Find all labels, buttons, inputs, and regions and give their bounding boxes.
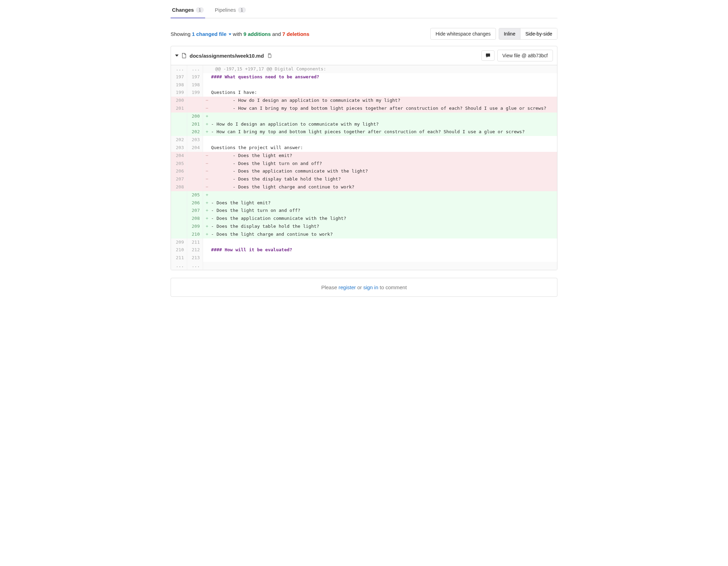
new-line-number[interactable]: 205: [187, 191, 203, 199]
diff-line-content: [211, 238, 557, 246]
old-line-number[interactable]: 199: [171, 89, 187, 97]
new-line-number[interactable]: 200: [187, 113, 203, 120]
old-line-number[interactable]: [171, 199, 187, 207]
new-line-number[interactable]: 199: [187, 89, 203, 97]
diff-sign: +: [203, 215, 211, 223]
old-line-number[interactable]: [171, 207, 187, 215]
old-line-number[interactable]: 205: [171, 160, 187, 168]
old-line-number[interactable]: [171, 215, 187, 223]
hunk-header[interactable]: ......@@ -197,15 +197,17 @@ Digital Comp…: [171, 65, 557, 73]
new-line-number[interactable]: [187, 152, 203, 160]
expand-context[interactable]: ...: [171, 262, 187, 270]
new-line-number[interactable]: 207: [187, 207, 203, 215]
diff-sign: +: [203, 113, 211, 120]
expand-context[interactable]: ...: [187, 65, 203, 73]
file-path[interactable]: docs/assignments/week10.md: [190, 53, 264, 59]
old-line-number[interactable]: 210: [171, 246, 187, 254]
tab-pipelines[interactable]: Pipelines 1: [213, 3, 247, 18]
diff-sign: [203, 89, 211, 97]
old-line-number[interactable]: [171, 223, 187, 231]
comment-icon: [485, 53, 491, 58]
new-line-number[interactable]: 209: [187, 223, 203, 231]
old-line-number[interactable]: [171, 120, 187, 128]
new-line-number[interactable]: 210: [187, 231, 203, 238]
old-line-number[interactable]: 198: [171, 81, 187, 89]
expand-context[interactable]: ...: [171, 65, 187, 73]
tab-changes-count: 1: [196, 7, 204, 13]
diff-sign: [203, 144, 211, 152]
diff-row: 201− - How can I bring my top and bottom…: [171, 105, 557, 113]
expand-context[interactable]: ...: [187, 262, 203, 270]
diff-row: 202203: [171, 136, 557, 144]
new-line-number[interactable]: [187, 183, 203, 191]
comment-login-prompt: Please register or sign in to comment: [171, 278, 557, 297]
new-line-number[interactable]: [187, 97, 203, 105]
diff-sign: +: [203, 120, 211, 128]
new-line-number[interactable]: 203: [187, 136, 203, 144]
new-line-number[interactable]: 202: [187, 128, 203, 136]
deletions-count: 7 deletions: [282, 31, 309, 37]
old-line-number[interactable]: 203: [171, 144, 187, 152]
diff-line-content: - Does the light emit?: [211, 152, 557, 160]
diff-sign: [203, 246, 211, 254]
diff-sign: +: [203, 231, 211, 238]
new-line-number[interactable]: 212: [187, 246, 203, 254]
view-mode-toggle: Inline Side-by-side: [499, 28, 557, 40]
new-line-number[interactable]: 208: [187, 215, 203, 223]
svg-rect-0: [268, 55, 271, 58]
diff-line-content: [211, 254, 557, 262]
old-line-number[interactable]: 206: [171, 167, 187, 175]
toggle-comments-button[interactable]: [481, 50, 495, 61]
sign-in-link[interactable]: sign in: [363, 284, 378, 290]
side-by-side-view-button[interactable]: Side-by-side: [520, 28, 557, 39]
old-line-number[interactable]: 207: [171, 175, 187, 183]
new-line-number[interactable]: 198: [187, 81, 203, 89]
diff-sign: −: [203, 97, 211, 105]
tab-changes[interactable]: Changes 1: [171, 3, 205, 18]
diff-row: 209+- Does the display table hold the li…: [171, 223, 557, 231]
diff-sign: −: [203, 167, 211, 175]
view-file-button[interactable]: View file @ a8b73bcf: [497, 50, 553, 61]
old-line-number[interactable]: 202: [171, 136, 187, 144]
hide-whitespace-button[interactable]: Hide whitespace changes: [430, 28, 496, 40]
diff-row: 203204Questions the project will answer:: [171, 144, 557, 152]
old-line-number[interactable]: [171, 231, 187, 238]
diff-row: 205+: [171, 191, 557, 199]
old-line-number[interactable]: 197: [171, 73, 187, 81]
diff-sign: +: [203, 191, 211, 199]
diff-row: 206− - Does the application communicate …: [171, 167, 557, 175]
register-link[interactable]: register: [338, 284, 356, 290]
old-line-number[interactable]: 200: [171, 97, 187, 105]
diff-line-content: - How do I design an application to comm…: [211, 97, 557, 105]
new-line-number[interactable]: 197: [187, 73, 203, 81]
old-line-number[interactable]: 209: [171, 238, 187, 246]
inline-view-button[interactable]: Inline: [499, 28, 520, 39]
new-line-number[interactable]: 206: [187, 199, 203, 207]
old-line-number[interactable]: [171, 191, 187, 199]
new-line-number[interactable]: 201: [187, 120, 203, 128]
file-title: docs/assignments/week10.md: [175, 53, 272, 59]
copy-path-icon[interactable]: [267, 53, 272, 58]
old-line-number[interactable]: [171, 113, 187, 120]
old-line-number[interactable]: 201: [171, 105, 187, 113]
new-line-number[interactable]: 204: [187, 144, 203, 152]
file-actions: View file @ a8b73bcf: [481, 50, 553, 61]
expand-context-row[interactable]: ......: [171, 262, 557, 270]
chevron-down-icon[interactable]: [175, 55, 179, 57]
changed-files-dropdown[interactable]: 1 changed file: [192, 31, 231, 37]
diff-sign: −: [203, 160, 211, 168]
new-line-number[interactable]: 211: [187, 238, 203, 246]
old-line-number[interactable]: [171, 128, 187, 136]
new-line-number[interactable]: [187, 105, 203, 113]
new-line-number[interactable]: [187, 175, 203, 183]
diff-row: 204− - Does the light emit?: [171, 152, 557, 160]
old-line-number[interactable]: 208: [171, 183, 187, 191]
chevron-down-icon: [229, 33, 231, 35]
old-line-number[interactable]: 211: [171, 254, 187, 262]
new-line-number[interactable]: 213: [187, 254, 203, 262]
diff-line-content: - Does the light turn on and off?: [211, 160, 557, 168]
diff-sign: +: [203, 199, 211, 207]
new-line-number[interactable]: [187, 167, 203, 175]
old-line-number[interactable]: 204: [171, 152, 187, 160]
new-line-number[interactable]: [187, 160, 203, 168]
